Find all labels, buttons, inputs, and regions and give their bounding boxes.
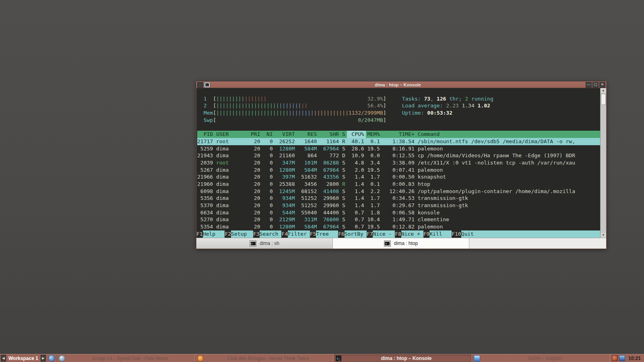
launcher-icon[interactable] — [48, 355, 55, 362]
fkey-F10-label[interactable]: Quit — [461, 230, 601, 238]
cell: 20 — [248, 145, 260, 152]
terminal-text: , — [430, 96, 437, 102]
fkey-F8-label[interactable]: Nice + — [401, 230, 423, 238]
fkey-F3[interactable]: F3 — [253, 230, 260, 238]
column-header-cpu[interactable]: CPU% — [347, 131, 366, 138]
fkey-F2[interactable]: F2 — [225, 230, 231, 238]
taskbtn-clementine[interactable]: Club des Belugas - Never Think Twice — [195, 354, 334, 362]
close-button[interactable]: ✕ — [599, 82, 605, 88]
window-titlebar[interactable]: >_ dima : htop – Konsole — ▢ ✕ — [196, 82, 606, 88]
taskbtn-palemoon[interactable]: Group #1 - Speed Dial - Pale Moon — [57, 354, 195, 362]
column-header-user[interactable]: USER — [216, 131, 244, 138]
terminal-text — [197, 110, 204, 116]
terminal-text: 1 — [204, 96, 213, 102]
clementine-icon — [197, 355, 204, 362]
tray-icon-2[interactable] — [619, 355, 625, 361]
process-row[interactable]: 5356dima200934M5125229960S1.41.70:34.53t… — [197, 195, 601, 202]
process-row[interactable]: 6634dima200544M5504044400S0.71.80:06.58k… — [197, 209, 601, 216]
cell: 20 — [248, 173, 260, 181]
column-header-pid[interactable]: PID — [197, 131, 213, 138]
meter-mem: Mem[||||||||||||||||||||||||||||||||||||… — [197, 109, 601, 117]
column-header-res[interactable]: RES — [298, 131, 317, 138]
workspace-label[interactable]: Workspace 1 — [7, 356, 40, 361]
fkey-F4-label[interactable]: Filter — [288, 230, 310, 238]
fkey-F9[interactable]: F9 — [423, 230, 430, 238]
workspace-prev-button[interactable]: ◀ — [1, 355, 6, 362]
scroll-up-arrow[interactable]: ▲ — [601, 88, 606, 93]
process-row[interactable]: 5267dima2001280M584M67964S2.019.50:07.41… — [197, 167, 601, 174]
process-row[interactable]: 21960dima2002538834562800R1.40.10:00.83h… — [197, 181, 601, 188]
tab-sh[interactable]: > dima : sh — [196, 238, 333, 249]
fkey-F6[interactable]: F6 — [338, 230, 345, 238]
scroll-down-arrow[interactable]: ▼ — [601, 233, 606, 238]
process-row[interactable]: 21966dima200397M5163243356S1.41.70:00.50… — [197, 173, 601, 181]
fkey-F7[interactable]: F7 — [367, 230, 373, 238]
fkey-F1-label[interactable]: Help — [203, 230, 225, 238]
cell: 0 — [263, 181, 272, 188]
scrollbar[interactable]: ▲ ▼ — [600, 88, 606, 238]
fkey-F1[interactable]: F1 — [196, 230, 203, 238]
minimize-button[interactable]: — — [586, 82, 592, 88]
tab-bar: > dima : sh > dima : htop — [196, 238, 606, 249]
column-header-mem[interactable]: MEM% — [367, 131, 380, 138]
process-row[interactable]: 5259dima2001280M584M67964S28.619.58:16.9… — [197, 145, 601, 152]
maximize-button[interactable]: ▢ — [592, 82, 599, 88]
process-row[interactable]: 6098dima2001245M6815241408S1.42.212:40.2… — [197, 188, 601, 195]
cell: 1:38.54 — [383, 138, 415, 145]
cell: 6098 — [197, 188, 213, 195]
dolphin-icon — [474, 355, 480, 362]
process-row[interactable]: 2039root200347M101M86288S4.83.43:38.09/e… — [197, 159, 601, 167]
fkey-F10[interactable]: F10 — [452, 230, 461, 238]
blank-line — [197, 123, 601, 131]
cell: 544M — [276, 209, 295, 216]
cell: cp /home/dima/Videos/На грани The -Edge … — [418, 152, 601, 159]
cell: htop — [418, 181, 601, 188]
taskbtn-dolphin[interactable]: DATA – Dolphin — [472, 354, 610, 362]
task-label: Club des Belugas - Never Think Twice — [205, 356, 332, 361]
terminal-text: ||||||||||||||||||||||| — [216, 110, 289, 116]
window-menu-button[interactable] — [197, 82, 203, 88]
fkey-F5[interactable]: F5 — [310, 230, 316, 238]
column-header-shr[interactable]: SHR — [320, 131, 339, 138]
cell: 2800 — [320, 181, 339, 188]
cell: 20 — [248, 209, 260, 216]
workspace-next-button[interactable]: ▶ — [41, 355, 46, 362]
cell: dima — [216, 152, 244, 159]
cell: 0.7 — [349, 223, 364, 230]
terminal-text: 2 — [465, 96, 468, 102]
process-row[interactable]: 5270dima2002129M311M76800S0.710.41:49.71… — [197, 216, 601, 223]
process-row[interactable]: 21717root2002625216401164R40.10.11:38.54… — [197, 138, 601, 145]
column-header-ni[interactable]: NI — [263, 131, 272, 138]
cell: S — [342, 195, 345, 202]
fkey-F9-label[interactable]: Kill — [429, 230, 452, 238]
process-row[interactable]: 21943dima20021160864772D10.90.00:12.55cp… — [197, 152, 601, 159]
cell: 20 — [248, 181, 260, 188]
fkey-F2-label[interactable]: Setup — [231, 230, 253, 238]
terminal-text: || — [301, 103, 308, 109]
column-header-virt[interactable]: VIRT — [276, 131, 295, 138]
tab-htop[interactable]: > dima : htop — [333, 238, 469, 249]
fkey-F7-label[interactable]: Nice - — [373, 230, 395, 238]
column-header-pri[interactable]: PRI — [248, 131, 260, 138]
fkey-F5-label[interactable]: Tree — [316, 230, 338, 238]
cell: 21943 — [197, 152, 213, 159]
fkey-F6-label[interactable]: SortBy — [345, 230, 367, 238]
fkey-F8[interactable]: F8 — [395, 230, 401, 238]
fkey-F3-label[interactable]: Search — [260, 230, 282, 238]
scroll-thumb[interactable] — [601, 94, 606, 105]
column-header-command[interactable]: Command — [418, 131, 601, 138]
taskbtn-konsole[interactable]: >_ dima : htop – Konsole — [334, 354, 472, 362]
fkey-F4[interactable]: F4 — [281, 230, 288, 238]
column-header-s[interactable]: S — [342, 131, 345, 138]
scroll-track[interactable] — [601, 93, 606, 233]
cell: 19.5 — [367, 167, 380, 174]
htop-terminal[interactable]: 1 [|||||||||||||||| 32.9%] 2 [||||||||||… — [196, 88, 601, 238]
cell: 1.7 — [367, 173, 380, 181]
column-header-time[interactable]: TIME+ — [383, 131, 415, 138]
cell: 0:07.41 — [383, 167, 415, 174]
terminal-text: Load average: — [402, 103, 446, 109]
clock[interactable]: 10:21 — [627, 356, 644, 361]
tray-icon-1[interactable] — [612, 355, 618, 361]
process-row[interactable]: 5354dima2001280M584M67964S0.719.50:12.82… — [197, 223, 601, 230]
process-row[interactable]: 5370dima200934M5125229960S1.41.70:29.67t… — [197, 202, 601, 209]
